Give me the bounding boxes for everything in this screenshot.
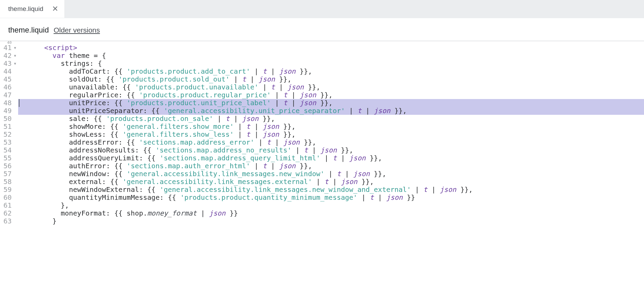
code-line[interactable]: }, (18, 201, 644, 209)
gutter-line: 54 (3, 146, 16, 154)
code-line[interactable]: sale: {{ 'products.product.on_sale' | t … (18, 115, 644, 123)
code-line[interactable]: unitPrice: {{ 'products.product.unit_pri… (18, 99, 644, 107)
tab-label: theme.liquid (8, 5, 43, 13)
code-line-partial (18, 41, 644, 44)
gutter-line: 44 (3, 68, 16, 75)
gutter-line: 59 (3, 186, 16, 194)
gutter-line: 60 (3, 194, 16, 201)
gutter: 40 41▼42▼43▼4445464748495051525354555657… (0, 41, 18, 225)
code-line[interactable]: addToCart: {{ 'products.product.add_to_c… (18, 68, 644, 75)
code-line[interactable]: showMore: {{ 'general.filters.show_more'… (18, 123, 644, 131)
cursor (19, 99, 20, 107)
gutter-line: 46 (3, 83, 16, 91)
code-line[interactable]: soldOut: {{ 'products.product.sold_out' … (18, 75, 644, 83)
gutter-line: 48 (3, 99, 16, 107)
code-line[interactable]: quantityMinimumMessage: {{ 'products.pro… (18, 194, 644, 201)
code-area[interactable]: <script> var theme = { strings: { addToC… (18, 41, 644, 225)
code-line[interactable]: unitPriceSeparator: {{ 'general.accessib… (18, 107, 644, 115)
tab-theme-liquid[interactable]: theme.liquid ✕ (0, 0, 64, 18)
gutter-line: 49 (3, 107, 16, 115)
code-line[interactable]: } (18, 217, 644, 225)
code-editor[interactable]: 40 41▼42▼43▼4445464748495051525354555657… (0, 41, 644, 225)
gutter-line: 43▼ (3, 60, 16, 68)
fold-toggle-icon[interactable]: ▼ (13, 44, 16, 52)
gutter-line: 56 (3, 162, 16, 170)
gutter-line: 63 (3, 217, 16, 225)
close-icon[interactable]: ✕ (52, 4, 58, 13)
gutter-line: 52 (3, 131, 16, 138)
gutter-line: 57 (3, 170, 16, 178)
code-line[interactable]: var theme = { (18, 52, 644, 60)
code-line[interactable]: <script> (18, 44, 644, 52)
code-line[interactable]: newWindow: {{ 'general.accessibility.lin… (18, 170, 644, 178)
code-line[interactable]: addressNoResults: {{ 'sections.map.addre… (18, 146, 644, 154)
code-line[interactable]: addressQueryLimit: {{ 'sections.map.addr… (18, 154, 644, 162)
gutter-line: 58 (3, 178, 16, 186)
gutter-line: 45 (3, 75, 16, 83)
gutter-line: 62 (3, 209, 16, 217)
older-versions-link[interactable]: Older versions (54, 26, 100, 34)
gutter-line: 55 (3, 154, 16, 162)
gutter-line: 53 (3, 138, 16, 146)
code-line[interactable]: newWindowExternal: {{ 'general.accessibi… (18, 186, 644, 194)
gutter-line: 61 (3, 201, 16, 209)
gutter-line: 51 (3, 123, 16, 131)
code-line[interactable]: regularPrice: {{ 'products.product.regul… (18, 91, 644, 99)
path-bar: theme.liquid Older versions (0, 18, 644, 41)
gutter-line: 42▼ (3, 52, 16, 60)
code-line[interactable]: authError: {{ 'sections.map.auth_error_h… (18, 162, 644, 170)
fold-toggle-icon[interactable]: ▼ (13, 60, 16, 68)
gutter-line: 50 (3, 115, 16, 123)
code-line[interactable]: moneyFormat: {{ shop.money_format | json… (18, 209, 644, 217)
code-line[interactable]: showLess: {{ 'general.filters.show_less'… (18, 131, 644, 138)
code-line[interactable]: strings: { (18, 60, 644, 68)
gutter-line: 41▼ (3, 44, 16, 52)
code-line[interactable]: external: {{ 'general.accessibility.link… (18, 178, 644, 186)
gutter-line: 47 (3, 91, 16, 99)
tab-bar: theme.liquid ✕ (0, 0, 644, 18)
filename-label: theme.liquid (8, 26, 49, 35)
code-line[interactable]: addressError: {{ 'sections.map.address_e… (18, 138, 644, 146)
fold-toggle-icon[interactable]: ▼ (13, 52, 16, 60)
code-line[interactable]: unavailable: {{ 'products.product.unavai… (18, 83, 644, 91)
